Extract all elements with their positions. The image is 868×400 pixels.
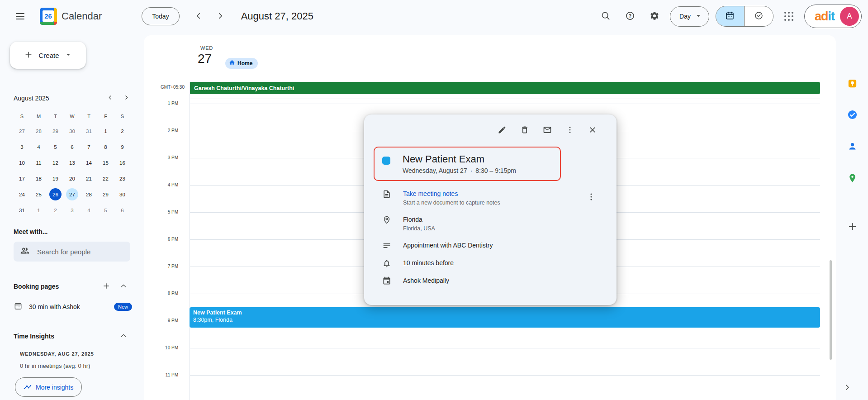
mini-calendar-day[interactable]: 15	[97, 155, 114, 171]
mini-calendar-day[interactable]: 1	[97, 123, 114, 139]
mini-calendar-day[interactable]: 31	[14, 202, 30, 218]
booking-page-item[interactable]: 30 min with Ashok New	[14, 301, 132, 312]
expand-panel-button[interactable]	[839, 380, 855, 396]
mini-calendar-day[interactable]: 21	[81, 171, 97, 186]
document-icon	[382, 190, 391, 199]
search-for-people-input[interactable]	[37, 248, 114, 256]
mini-calendar-day[interactable]: 28	[81, 186, 97, 202]
mini-calendar-day[interactable]: 27	[64, 186, 81, 202]
create-button[interactable]: Create	[10, 42, 86, 69]
email-guests-button[interactable]	[538, 121, 556, 139]
search-button[interactable]	[597, 7, 615, 25]
mini-calendar-day[interactable]: 22	[97, 171, 114, 186]
more-insights-button[interactable]: More insights	[15, 377, 82, 397]
detail-row-title[interactable]: Take meeting notes	[403, 189, 500, 198]
account-pill[interactable]: adit A	[804, 5, 862, 28]
help-button[interactable]: ?	[621, 7, 639, 25]
today-button[interactable]: Today	[142, 7, 179, 25]
mini-calendar-day[interactable]: 17	[14, 171, 30, 186]
mini-calendar-next-button[interactable]	[120, 92, 132, 104]
event-detail-row: Ashok Medipally	[374, 276, 576, 286]
keep-button[interactable]	[842, 73, 862, 93]
next-day-button[interactable]	[211, 7, 229, 25]
apps-grid-icon	[784, 12, 793, 21]
adit-brand-logo: adit	[815, 10, 835, 23]
mini-calendar-day[interactable]: 6	[64, 139, 81, 155]
mini-calendar-day[interactable]: 31	[81, 123, 97, 139]
collapse-time-insights-button[interactable]	[117, 329, 130, 343]
mini-calendar-day[interactable]: 3	[64, 202, 81, 218]
mini-calendar-day[interactable]: 12	[47, 155, 64, 171]
mini-calendar-day[interactable]: 7	[81, 139, 97, 155]
vertical-scrollbar[interactable]	[830, 260, 832, 360]
caret-down-icon	[65, 52, 72, 60]
mini-calendar-day[interactable]: 23	[114, 171, 131, 186]
mini-calendar-day[interactable]: 4	[30, 139, 47, 155]
detail-row-title: Ashok Medipally	[403, 276, 449, 285]
view-selector-dropdown[interactable]: Day	[670, 6, 709, 27]
mini-calendar-day[interactable]: 6	[114, 202, 131, 218]
mini-calendar-day[interactable]: 27	[14, 123, 30, 139]
mini-calendar-day[interactable]: 13	[64, 155, 81, 171]
google-apps-button[interactable]	[780, 7, 798, 25]
mini-calendar-day[interactable]: 30	[114, 186, 131, 202]
mini-calendar-day[interactable]: 5	[97, 202, 114, 218]
search-for-people-box[interactable]	[14, 242, 130, 262]
mini-calendar-day[interactable]: 9	[114, 139, 131, 155]
mini-calendar-day[interactable]: 14	[81, 155, 97, 171]
timed-event-subtitle: 8:30pm, Florida	[193, 316, 816, 324]
edit-event-button[interactable]	[493, 121, 511, 139]
event-detail-row: 10 minutes before	[374, 258, 576, 268]
meeting-notes-options-button[interactable]	[582, 188, 600, 206]
mini-calendar-prev-button[interactable]	[104, 92, 116, 104]
current-date-title[interactable]: August 27, 2025	[241, 10, 313, 22]
mini-calendar-day[interactable]: 16	[114, 155, 131, 171]
toggle-calendar-view[interactable]	[716, 6, 745, 26]
mini-calendar-day[interactable]: 25	[30, 186, 47, 202]
mini-calendar-day[interactable]: 28	[30, 123, 47, 139]
mini-calendar-day[interactable]: 8	[97, 139, 114, 155]
mini-calendar-day[interactable]: 2	[47, 202, 64, 218]
mini-calendar-day[interactable]: 19	[47, 171, 64, 186]
chevron-left-icon	[107, 94, 114, 102]
mini-calendar-day[interactable]: 1	[30, 202, 47, 218]
tasks-check-icon	[754, 11, 764, 22]
contacts-button[interactable]	[842, 136, 862, 156]
delete-event-button[interactable]	[516, 121, 534, 139]
hour-label: 1 PM	[144, 101, 178, 106]
mini-calendar-day[interactable]: 3	[14, 139, 30, 155]
close-popup-button[interactable]	[583, 121, 602, 139]
mini-calendar-day[interactable]: 24	[14, 186, 30, 202]
collapse-booking-pages-button[interactable]	[117, 280, 130, 293]
event-detail-row[interactable]: Take meeting notesStart a new document t…	[374, 189, 576, 207]
mini-calendar-title: August 2025	[14, 95, 49, 102]
day-number[interactable]: 27	[198, 52, 212, 66]
all-day-event[interactable]: Ganesh Chaturthi/Vinayaka Chaturthi	[190, 82, 820, 94]
all-day-event-title: Ganesh Chaturthi/Vinayaka Chaturthi	[194, 85, 294, 91]
add-booking-page-button[interactable]	[100, 280, 113, 293]
mini-calendar-day[interactable]: 5	[47, 139, 64, 155]
mini-calendar-day[interactable]: 20	[64, 171, 81, 186]
mini-calendar-day[interactable]: 29	[47, 123, 64, 139]
working-location-badge[interactable]: Home	[225, 58, 258, 69]
previous-day-button[interactable]	[190, 7, 208, 25]
timed-event[interactable]: New Patient Exam 8:30pm, Florida	[190, 307, 820, 328]
mini-calendar-day[interactable]: 29	[97, 186, 114, 202]
toggle-tasks-view[interactable]	[745, 6, 773, 26]
main-menu-icon[interactable]	[10, 6, 30, 26]
detail-row-title: 10 minutes before	[403, 258, 454, 267]
more-options-button[interactable]	[561, 121, 579, 139]
avatar[interactable]: A	[840, 7, 859, 26]
mini-calendar-day[interactable]: 4	[81, 202, 97, 218]
mini-calendar-day[interactable]: 30	[64, 123, 81, 139]
mini-calendar-day[interactable]: 10	[14, 155, 30, 171]
get-add-ons-button[interactable]	[842, 217, 862, 237]
tasks-button[interactable]	[842, 105, 862, 124]
settings-button[interactable]	[645, 7, 664, 25]
mini-calendar-day[interactable]: 26	[47, 186, 64, 202]
mini-calendar-day[interactable]: 11	[30, 155, 47, 171]
mini-calendar-day[interactable]: 18	[30, 171, 47, 186]
mini-calendar-day[interactable]: 2	[114, 123, 131, 139]
bell-icon	[382, 259, 391, 268]
maps-button[interactable]	[842, 168, 862, 188]
